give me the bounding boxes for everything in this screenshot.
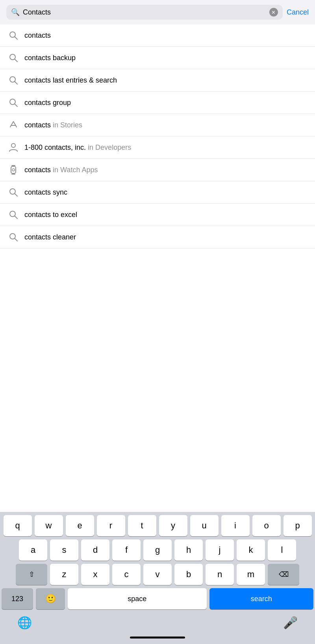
microphone-icon[interactable]: 🎤 [283,616,298,629]
search-icon-3 [8,97,19,108]
clear-button[interactable]: ✕ [269,8,278,17]
keyboard: q w e r t y u i o p a s d f g h j k l ⇧ … [0,512,315,644]
search-icon-7 [8,187,19,198]
key-b[interactable]: b [174,564,203,585]
suggestion-item-3[interactable]: contacts group [0,92,315,114]
suggestion-item-7[interactable]: contacts sync [0,181,315,204]
key-a[interactable]: a [19,539,47,561]
search-key[interactable]: search [209,588,313,609]
suggestion-text-6: contacts in Watch Apps [24,166,98,174]
globe-icon[interactable]: 🌐 [17,616,32,629]
svg-point-9 [11,144,15,147]
numbers-key[interactable]: 123 [2,588,33,609]
person-icon-5 [8,142,19,153]
svg-line-15 [15,194,18,197]
emoji-key[interactable]: 🙂 [36,588,65,609]
suggestion-text-1: contacts backup [24,54,76,62]
suggestion-item-6[interactable]: contacts in Watch Apps [0,159,315,181]
suggestion-item-5[interactable]: 1-800 contacts, inc. in Developers [0,136,315,159]
suggestion-text-9: contacts cleaner [24,233,76,241]
suggestion-item-9[interactable]: contacts cleaner [0,226,315,248]
suggestion-item-2[interactable]: contacts last entries & search [0,69,315,92]
key-v[interactable]: v [143,564,172,585]
key-k[interactable]: k [237,539,265,561]
svg-line-1 [15,37,18,40]
keyboard-row-4: 123 🙂 space search [2,588,313,609]
search-bar-container: 🔍 ✕ Cancel [0,0,315,24]
key-r[interactable]: r [97,515,125,536]
svg-point-13 [12,169,15,171]
suggestion-text-4: contacts in Stories [24,121,82,129]
key-c[interactable]: c [112,564,141,585]
search-icon-9 [8,232,19,243]
key-w[interactable]: w [35,515,63,536]
suggestion-item-4[interactable]: contacts in Stories [0,114,315,136]
search-icon-2 [8,75,19,86]
search-icon: 🔍 [11,8,20,17]
svg-line-3 [15,59,18,62]
suggestion-item-8[interactable]: contacts to excel [0,204,315,226]
bottom-bar: 🌐 🎤 [2,613,313,634]
key-t[interactable]: t [128,515,156,536]
app-store-icon-4 [8,120,19,131]
key-q[interactable]: q [4,515,32,536]
suggestion-text-2: contacts last entries & search [24,76,117,85]
space-key[interactable]: space [68,588,207,609]
watch-icon-6 [8,164,19,175]
suggestion-item-1[interactable]: contacts backup [0,47,315,69]
suggestion-text-8: contacts to excel [24,211,77,219]
home-indicator [2,634,313,642]
search-icon-0 [8,30,19,41]
svg-line-5 [15,82,18,85]
key-g[interactable]: g [143,539,172,561]
key-f[interactable]: f [112,539,141,561]
shift-key[interactable]: ⇧ [16,564,47,585]
key-u[interactable]: u [190,515,219,536]
delete-key[interactable]: ⌫ [268,564,299,585]
key-l[interactable]: l [268,539,296,561]
key-h[interactable]: h [174,539,203,561]
key-y[interactable]: y [159,515,187,536]
keyboard-row-2: a s d f g h j k l [2,539,313,561]
key-o[interactable]: o [252,515,281,536]
key-s[interactable]: s [50,539,78,561]
key-p[interactable]: p [284,515,312,536]
suggestion-text-3: contacts group [24,99,71,107]
svg-line-17 [15,216,18,219]
key-d[interactable]: d [81,539,109,561]
cancel-button[interactable]: Cancel [287,8,309,17]
search-input[interactable] [23,8,266,17]
key-i[interactable]: i [221,515,250,536]
key-z[interactable]: z [50,564,78,585]
svg-line-19 [15,239,18,241]
key-j[interactable]: j [206,539,234,561]
suggestion-text-0: contacts [24,31,51,40]
suggestion-item-0[interactable]: contacts [0,24,315,47]
search-input-wrap: 🔍 ✕ [6,5,283,20]
search-icon-1 [8,52,19,63]
svg-line-7 [15,104,18,107]
keyboard-row-1: q w e r t y u i o p [2,515,313,536]
key-m[interactable]: m [237,564,265,585]
key-n[interactable]: n [206,564,234,585]
home-bar [130,637,185,638]
search-icon-8 [8,209,19,220]
suggestion-text-7: contacts sync [24,188,67,197]
svg-rect-10 [11,166,16,173]
suggestions-list: contacts contacts backup contacts last e… [0,24,315,248]
keyboard-row-3: ⇧ z x c v b n m ⌫ [2,564,313,585]
key-e[interactable]: e [66,515,94,536]
suggestion-text-5: 1-800 contacts, inc. in Developers [24,144,131,152]
key-x[interactable]: x [81,564,109,585]
